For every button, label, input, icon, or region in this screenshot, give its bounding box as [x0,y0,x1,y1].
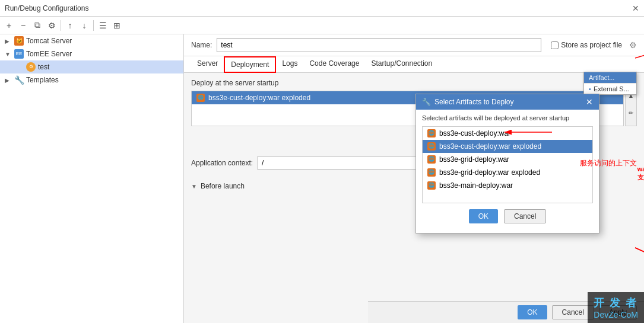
store-checkbox-wrap: Store as project file [551,41,622,49]
tab-server[interactable]: Server [191,56,224,73]
ok-button[interactable]: OK [518,305,547,319]
deploy-item-label: bss3e-cust-deploy:war exploded [208,94,310,102]
separator-2 [93,20,94,31]
artifact-label-3: bss3e-grid-deploy:war exploded [439,168,540,177]
settings-button[interactable]: ⚙ [45,19,58,32]
artifact-popup-item-external[interactable]: ▪ External S... [584,83,636,94]
move-up-button[interactable]: ↑ [64,19,77,32]
main-layout: ▶ 🐱 Tomcat Server ▼ EE TomEE Server ▶ ⚙ … [0,34,644,323]
modal-title-text: 🔧 Select Artifacts to Deploy [422,98,513,106]
artifact-list[interactable]: 🌐 bss3e-cust-deploy:war 🌐 bss3e-cust-dep… [422,126,593,203]
expand-icon-templates: ▶ [5,77,12,84]
watermark-line2-text: DevZe·CoM [594,310,638,319]
modal-buttons: OK Cancel [422,209,593,228]
sidebar-item-label-test: test [38,63,49,71]
tab-startup-connection[interactable]: Startup/Connection [365,56,438,73]
artifact-popup: Artifact... ▪ External S... [583,72,637,95]
tomee-icon: EE [14,49,24,59]
before-launch-arrow: ▼ [191,183,197,190]
move-down-button[interactable]: ↓ [78,19,91,32]
tomcat-icon: 🐱 [14,36,24,46]
artifact-item-2[interactable]: 🌐 bss3e-grid-deploy:war [423,153,592,166]
deploy-section-label: Deploy at the server startup [191,79,637,87]
artifact-label-4: bss3e-main-deploy:war [439,181,513,190]
group-button[interactable]: ⊞ [110,19,123,32]
sidebar-item-label-templates: Templates [26,76,59,84]
artifact-label-0: bss3e-cust-deploy:war [439,129,510,137]
modal-description: Selected artifacts will be deployed at s… [422,114,593,121]
tab-logs[interactable]: Logs [276,56,303,73]
copy-button[interactable]: ⧉ [31,19,44,32]
sidebar-item-test[interactable]: ▶ ⚙ test [0,60,183,73]
modal-title-bar: 🔧 Select Artifacts to Deploy ✕ [416,94,599,110]
artifact-item-1[interactable]: 🌐 bss3e-cust-deploy:war exploded [423,140,592,153]
sort-button[interactable]: ☰ [96,19,109,32]
modal-title-icon: 🔧 [422,98,431,106]
gear-icon[interactable]: ⚙ [629,40,637,50]
modal-ok-button[interactable]: OK [469,209,498,223]
sidebar-item-templates[interactable]: ▶ 🔧 Templates [0,73,183,87]
add-button[interactable]: + [2,19,15,32]
deploy-item-icon: 🌐 [196,94,205,102]
modal-title-label: Select Artifacts to Deploy [434,98,513,106]
before-launch-label: Before launch [201,182,245,190]
toolbar: + − ⧉ ⚙ ↑ ↓ ☰ ⊞ [0,17,644,34]
watermark-line1: 开 发 者 [594,296,638,310]
expand-icon-tomcat: ▶ [5,38,12,44]
tab-deployment[interactable]: Deployment [224,56,276,73]
expand-icon-tomee: ▼ [5,51,12,57]
store-label: Store as project file [561,41,622,49]
config-icon: ⚙ [26,62,36,72]
artifact-label-2: bss3e-grid-deploy:war [439,155,509,164]
store-checkbox[interactable] [551,41,559,49]
modal-dialog: 🔧 Select Artifacts to Deploy ✕ Selected … [415,94,599,234]
artifact-icon-3: 🌐 [427,168,436,177]
content-area: Name: Store as project file ⚙ Server Dep… [184,34,644,323]
sidebar-item-label-tomcat: Tomcat Server [26,37,72,45]
artifact-icon-0: 🌐 [427,129,436,137]
modal-close-button[interactable]: ✕ [586,97,593,107]
side-tools: ▲ ✏ [625,91,637,126]
artifact-icon-1: 🌐 [427,142,436,151]
title-bar: Run/Debug Configurations ✕ [0,0,644,17]
remove-button[interactable]: − [17,19,30,32]
name-label: Name: [191,41,212,49]
modal-body: Selected artifacts will be deployed at s… [416,110,599,233]
close-button[interactable]: ✕ [632,4,639,13]
tabs-bar: Server Deployment Logs Code Coverage Sta… [184,56,644,73]
edit-btn[interactable]: ✏ [626,110,636,116]
artifact-icon-4: 🌐 [427,181,436,190]
watermark-line2: DevZe·CoM [594,310,638,319]
external-icon: ▪ [589,85,591,92]
sidebar-item-label-tomee: TomEE Server [26,50,72,58]
tab-code-coverage[interactable]: Code Coverage [303,56,365,73]
sidebar-item-tomee-server[interactable]: ▼ EE TomEE Server [0,47,183,60]
artifact-item-4[interactable]: 🌐 bss3e-main-deploy:war [423,179,592,192]
external-label: External S... [594,85,629,92]
watermark: 开 发 者 DevZe·CoM [588,292,644,323]
artifact-popup-item-artifact[interactable]: Artifact... [584,72,636,83]
app-context-label: Application context: [191,159,253,167]
artifact-item-3[interactable]: 🌐 bss3e-grid-deploy:war exploded [423,166,592,179]
name-input[interactable] [217,38,541,52]
wrench-icon: 🔧 [14,75,24,85]
window-title: Run/Debug Configurations [5,4,88,12]
artifact-icon-2: 🌐 [427,155,436,164]
sidebar-item-tomcat-server[interactable]: ▶ 🐱 Tomcat Server [0,34,183,47]
config-header: Name: Store as project file ⚙ [184,34,644,56]
artifact-item-0[interactable]: 🌐 bss3e-cust-deploy:war [423,127,592,140]
sidebar: ▶ 🐱 Tomcat Server ▼ EE TomEE Server ▶ ⚙ … [0,34,184,323]
separator-1 [61,20,61,31]
modal-cancel-button[interactable]: Cancel [504,209,546,223]
artifact-label-1: bss3e-cust-deploy:war exploded [439,142,541,151]
